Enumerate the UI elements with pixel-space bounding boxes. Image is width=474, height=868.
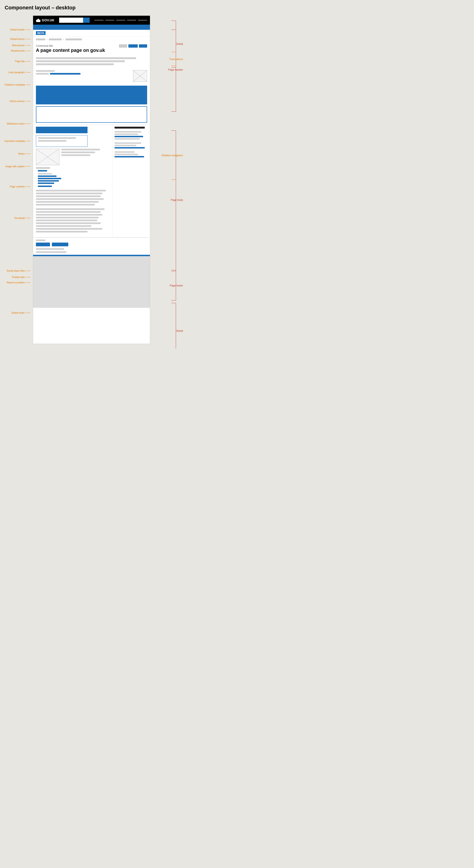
nav-line [138, 20, 147, 21]
label-image-with-caption: Image with caption [5, 165, 30, 168]
govspeak-line [36, 217, 98, 218]
right-label-global-top: Global [176, 42, 183, 45]
govspeak-line [36, 225, 91, 227]
search-button[interactable] [83, 18, 90, 23]
important-metadata-bar [36, 127, 88, 133]
label-withdrawn-notice: Withdrawn notice [7, 122, 30, 125]
breadcrumbs-section: › › [33, 37, 150, 42]
gov-logo-text: GOV.UK [42, 18, 54, 22]
label-global-header: Global header [10, 28, 30, 31]
page-contents-section [36, 167, 110, 188]
share-button[interactable] [52, 243, 68, 246]
nav-lines [94, 20, 147, 21]
govspeak-line [36, 231, 88, 232]
nav-line [116, 20, 125, 21]
caption-lines [61, 149, 110, 165]
page-footer-section [33, 238, 150, 255]
left-labels-column: Global header Global banner Beta banner … [5, 16, 30, 344]
sidebar-line [115, 145, 136, 146]
govspeak-line [36, 201, 98, 203]
contents-item[interactable] [38, 170, 47, 172]
right-label-page-footer: Page footer [170, 284, 183, 287]
translation-btn[interactable] [139, 44, 147, 48]
label-page-title: Page title [15, 60, 30, 63]
contents-item[interactable] [38, 176, 57, 177]
pub-line [36, 70, 55, 72]
contents-title-line [36, 167, 50, 169]
nav-line [94, 20, 103, 21]
publish-date-line [36, 248, 64, 250]
contents-item[interactable] [38, 178, 61, 179]
contents-item[interactable] [38, 186, 52, 187]
contents-list [36, 170, 110, 188]
caption-line [61, 154, 90, 156]
publisher-lines [36, 70, 131, 74]
social-share-area [36, 240, 147, 246]
beta-banner-section: BETA [33, 30, 150, 37]
page-title-heading: Component layout – desktop [5, 5, 183, 11]
crown-icon [36, 18, 40, 22]
right-label-global-bottom: Global [176, 329, 183, 332]
sidebar-area [112, 125, 150, 237]
sidebar-line [115, 143, 141, 144]
main-content-area [33, 125, 112, 237]
caption-line [61, 152, 95, 153]
label-beta-banner: Beta banner [12, 44, 31, 47]
label-breadcrumbs: Breadcrumbs [11, 50, 30, 52]
breadcrumb-item[interactable] [65, 38, 82, 40]
govspeak-line [36, 220, 97, 221]
translation-btn[interactable] [119, 44, 127, 48]
contents-item[interactable] [38, 173, 52, 175]
lede-line [36, 57, 136, 59]
govspeak-line [36, 193, 102, 194]
caption-line [61, 149, 100, 150]
page-title-text: A page content page on gov.uk [36, 48, 105, 53]
govspeak-line [36, 211, 101, 213]
breadcrumb-separator: › [63, 38, 64, 40]
govspeak-line [36, 204, 95, 206]
report-problem-area [36, 251, 147, 253]
sidebar-link[interactable] [115, 147, 145, 149]
translations-block [119, 44, 147, 48]
publisher-image-placeholder [133, 70, 147, 82]
label-global-footer: Global footer [11, 312, 30, 314]
label-govspeak: Govspeak [14, 217, 30, 219]
govspeak-line [36, 198, 104, 200]
layout-wrapper: Global header Global banner Beta banner … [5, 16, 183, 344]
notice-box [36, 135, 88, 147]
sidebar-line [115, 138, 140, 140]
breadcrumb-item[interactable] [49, 38, 62, 40]
contents-item[interactable] [38, 180, 59, 182]
nav-line [106, 20, 115, 21]
label-report-a-problem: Report a problem [7, 281, 30, 284]
global-footer-wrapper [33, 255, 150, 308]
label-publish-date: Publish date [12, 276, 30, 278]
govspeak-line [36, 228, 102, 230]
nav-line [127, 20, 136, 21]
lede-line [36, 60, 125, 62]
sidebar-link[interactable] [115, 136, 143, 137]
breadcrumb-item[interactable] [36, 38, 45, 40]
sidebar-link[interactable] [115, 156, 144, 157]
sidebar-line [115, 154, 138, 155]
title-block: Contextual title A page content page on … [36, 44, 105, 53]
breadcrumb-separator: › [47, 38, 48, 40]
search-bar[interactable] [59, 18, 90, 23]
govspeak-line [36, 190, 106, 191]
govspeak-line [36, 195, 101, 197]
label-history-banner: History banner [10, 100, 30, 102]
contents-item[interactable] [38, 183, 54, 184]
search-input-box[interactable] [59, 18, 83, 23]
govspeak-block [36, 190, 110, 206]
share-button[interactable] [36, 243, 50, 246]
govspeak-line [36, 208, 105, 210]
page-title-section: Contextual title A page content page on … [33, 42, 150, 55]
contextual-title: Contextual title [36, 44, 105, 47]
pub-line [36, 73, 49, 74]
pub-line-blue [50, 73, 81, 74]
lede-section [33, 55, 150, 68]
label-lede-paragraph: Lede paragraph [8, 71, 30, 74]
translation-btn-active[interactable] [128, 44, 138, 48]
label-notice: Notice [18, 153, 30, 155]
label-social-share-links: Social share links [6, 270, 30, 272]
